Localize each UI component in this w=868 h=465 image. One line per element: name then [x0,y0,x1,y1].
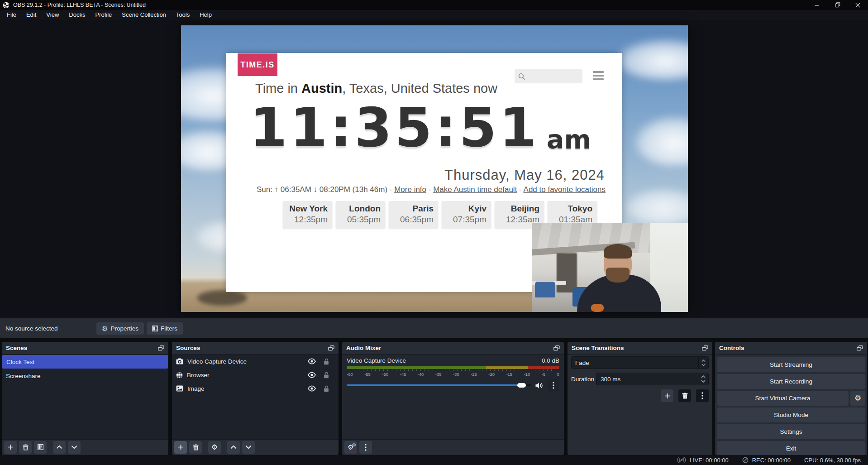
window-title: OBS 29.1.2 - Profile: LLHLS BETA - Scene… [13,2,146,8]
menu-item-scene-collection[interactable]: Scene Collection [117,10,171,20]
image-icon [176,385,183,392]
add-source-button[interactable] [174,441,187,454]
volume-slider[interactable] [347,383,531,388]
channel-options-dots-button[interactable] [548,379,559,391]
lock-icon[interactable] [324,372,329,379]
sources-dock-header: Sources [172,342,339,355]
menu-item-file[interactable]: File [2,10,21,20]
gear-icon: ⚙ [102,325,108,332]
sources-dock-title: Sources [176,345,200,351]
search-icon [518,73,525,80]
transitions-title: Scene Transitions [572,345,624,351]
start-recording-button[interactable]: Start Recording [717,374,865,389]
move-source-down-button[interactable] [242,441,255,454]
add-scene-button[interactable] [4,441,17,454]
city-card: New York12:35pm [283,201,332,228]
mixer-toolbar: ⚙⚙ [342,439,564,455]
virtual-camera-settings-gear-button[interactable]: ⚙ [850,391,865,406]
source-item-video-capture[interactable]: Video Capture Device [172,355,339,368]
menu-item-help[interactable]: Help [195,10,217,20]
studio-mode-button[interactable]: Studio Mode [717,407,865,422]
move-source-up-button[interactable] [227,441,240,454]
globe-icon [176,372,183,379]
desert-shrub [197,290,247,306]
obs-logo-icon [3,2,10,9]
meter-tick-marks [347,369,559,371]
timeis-clock: 11:35:51 am [250,101,591,155]
filters-button[interactable]: Filters [147,322,183,335]
transition-options-dots-button[interactable] [696,389,709,402]
sources-list: Video Capture Device [172,355,339,439]
menu-item-docks[interactable]: Docks [64,10,90,20]
timeis-heading: Time in Austin, Texas, United States now [255,81,497,96]
controls-dock: Controls Start Streaming Start Recording… [715,342,867,455]
menu-item-tools[interactable]: Tools [171,10,195,20]
volume-slider-handle[interactable] [517,383,526,388]
mute-speaker-icon[interactable] [535,382,544,389]
meter-scale-labels: -60 -55 -50 -45 -40 -35 -30 -25 -20 -15 … [347,372,559,377]
menu-item-view[interactable]: View [41,10,64,20]
start-streaming-button[interactable]: Start Streaming [717,357,865,372]
close-button[interactable] [848,0,868,10]
source-item-image[interactable]: Image [172,382,339,395]
lock-icon[interactable] [324,358,329,365]
mixer-options-dots-button[interactable] [359,441,372,454]
controls-title: Controls [719,345,744,351]
source-properties-button[interactable]: ⚙ [208,441,221,454]
visibility-eye-icon[interactable] [307,372,316,378]
dock-area: Scenes Clock Test Screenshare [0,342,868,455]
scene-item-clock-test[interactable]: Clock Test [2,355,168,369]
menu-item-edit[interactable]: Edit [21,10,41,20]
rec-timecode: REC: 00:00:00 [752,457,791,464]
add-transition-button[interactable] [661,389,673,402]
mixer-channel: Video Capture Device 0.0 dB -60 -55 -50 … [342,355,564,391]
city-card: Kyiv07:35pm [442,201,491,228]
move-scene-up-button[interactable] [53,441,66,454]
dock-popout-icon[interactable] [553,345,560,351]
transition-selected-value: Fade [572,360,698,366]
scene-filters-button[interactable] [34,441,47,454]
dock-popout-icon[interactable] [328,345,334,351]
visibility-eye-icon[interactable] [307,385,316,392]
camera-icon [176,358,183,364]
scene-item-screenshare[interactable]: Screenshare [2,369,168,383]
spinbox-arrows[interactable] [698,375,708,383]
stream-inactive-icon [677,457,686,463]
start-virtual-camera-button[interactable]: Start Virtual Camera [717,391,849,406]
settings-button[interactable]: Settings [717,424,865,439]
remove-transition-button[interactable] [678,389,691,402]
dock-popout-icon[interactable] [702,345,708,351]
minimize-button[interactable] [807,0,827,10]
scenes-list: Clock Test Screenshare [2,355,168,439]
mixer-channel-level: 0.0 dB [542,357,559,364]
dock-popout-icon[interactable] [857,345,863,351]
status-bar: LIVE: 00:00:00 REC: 00:00:00 CPU: 0.6%, … [0,455,868,465]
move-scene-down-button[interactable] [68,441,81,454]
visibility-eye-icon[interactable] [307,358,316,364]
audio-mixer-title: Audio Mixer [346,345,381,351]
mixer-channel-name: Video Capture Device [347,357,406,364]
make-default-link: Make Austin time default [433,185,517,194]
lock-icon[interactable] [324,385,329,392]
restore-button[interactable] [827,0,848,10]
exit-button[interactable]: Exit [717,441,865,455]
select-chevrons[interactable] [698,357,708,369]
scenes-dock-title: Scenes [6,345,27,351]
scenes-dock-header: Scenes [2,342,168,355]
audio-mixer-dock: Audio Mixer Video Capture Device 0.0 dB … [342,342,564,455]
properties-button[interactable]: ⚙ Properties [96,322,144,335]
duration-value: 300 ms [596,376,698,383]
advanced-audio-gears-button[interactable]: ⚙⚙ [344,441,357,454]
remove-source-button[interactable] [189,441,202,454]
menu-item-profile[interactable]: Profile [90,10,117,20]
remove-scene-button[interactable] [19,441,32,454]
transition-select[interactable]: Fade [571,356,709,369]
dock-popout-icon[interactable] [158,345,164,351]
city-card: London05:35pm [336,201,385,228]
record-inactive-icon [742,457,749,463]
add-favorite-link: Add to favorite locations [524,185,606,194]
volume-meter [347,366,559,369]
source-item-browser[interactable]: Browser [172,368,339,382]
city-card: Paris06:35pm [389,201,438,228]
duration-spinbox[interactable]: 300 ms [596,373,709,385]
